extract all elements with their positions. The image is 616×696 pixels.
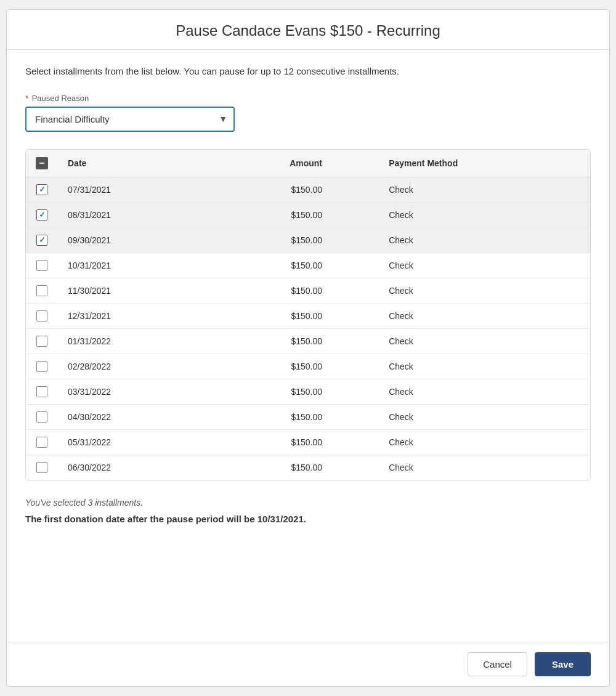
- row-spacer: [332, 354, 379, 379]
- row-checkbox-cell: [26, 455, 58, 480]
- row-payment-method: Check: [379, 177, 590, 202]
- header-payment-method: Payment Method: [379, 150, 590, 177]
- row-spacer: [332, 177, 379, 202]
- row-payment-method: Check: [379, 328, 590, 354]
- row-checkbox[interactable]: [36, 184, 47, 195]
- row-amount: $150.00: [208, 278, 332, 303]
- row-checkbox[interactable]: [36, 235, 47, 246]
- row-spacer: [332, 303, 379, 328]
- paused-reason-group: * Paused Reason Financial Difficulty Per…: [25, 94, 591, 132]
- row-checkbox-cell: [26, 278, 58, 303]
- row-amount: $150.00: [208, 177, 332, 202]
- row-date: 11/30/2021: [58, 278, 208, 303]
- table-row: 11/30/2021$150.00Check: [26, 278, 590, 303]
- header-spacer: [332, 150, 379, 177]
- header-select-all-cell: [26, 150, 58, 177]
- row-spacer: [332, 379, 379, 404]
- table-row: 02/28/2022$150.00Check: [26, 354, 590, 379]
- row-payment-method: Check: [379, 379, 590, 404]
- row-spacer: [332, 404, 379, 429]
- row-checkbox[interactable]: [36, 336, 47, 347]
- row-checkbox-cell: [26, 328, 58, 354]
- instructions-text: Select installments from the list below.…: [25, 65, 591, 79]
- row-payment-method: Check: [379, 404, 590, 429]
- row-payment-method: Check: [379, 278, 590, 303]
- row-spacer: [332, 429, 379, 455]
- row-amount: $150.00: [208, 303, 332, 328]
- table-header: Date Amount Payment Method: [26, 150, 590, 177]
- row-amount: $150.00: [208, 429, 332, 455]
- row-checkbox-cell: [26, 354, 58, 379]
- installments-table-container: Date Amount Payment Method 07/31/2021$15…: [25, 149, 591, 480]
- required-indicator: *: [25, 94, 28, 103]
- row-checkbox-cell: [26, 177, 58, 202]
- cancel-button[interactable]: Cancel: [468, 652, 527, 676]
- row-payment-method: Check: [379, 354, 590, 379]
- row-payment-method: Check: [379, 227, 590, 253]
- row-amount: $150.00: [208, 328, 332, 354]
- table-row: 04/30/2022$150.00Check: [26, 404, 590, 429]
- row-payment-method: Check: [379, 429, 590, 455]
- row-spacer: [332, 328, 379, 354]
- row-checkbox[interactable]: [36, 386, 47, 397]
- save-button[interactable]: Save: [535, 652, 591, 676]
- row-checkbox[interactable]: [36, 310, 47, 322]
- donation-date-text: The first donation date after the pause …: [25, 514, 591, 524]
- row-date: 08/31/2021: [58, 202, 208, 227]
- row-spacer: [332, 253, 379, 278]
- row-date: 05/31/2022: [58, 429, 208, 455]
- row-payment-method: Check: [379, 202, 590, 227]
- row-checkbox[interactable]: [36, 411, 47, 423]
- row-checkbox-cell: [26, 253, 58, 278]
- row-spacer: [332, 278, 379, 303]
- row-date: 01/31/2022: [58, 328, 208, 354]
- row-checkbox[interactable]: [36, 260, 47, 271]
- row-checkbox[interactable]: [36, 285, 47, 296]
- table-row: 10/31/2021$150.00Check: [26, 253, 590, 278]
- modal-header: Pause Candace Evans $150 - Recurring: [7, 10, 609, 50]
- deselect-all-button[interactable]: [36, 157, 48, 169]
- row-checkbox-cell: [26, 227, 58, 253]
- header-date: Date: [58, 150, 208, 177]
- table-row: 03/31/2022$150.00Check: [26, 379, 590, 404]
- row-checkbox-cell: [26, 202, 58, 227]
- row-checkbox[interactable]: [36, 209, 47, 221]
- selected-count-text: You've selected 3 installments.: [25, 498, 591, 508]
- row-date: 12/31/2021: [58, 303, 208, 328]
- row-checkbox[interactable]: [36, 437, 47, 448]
- table-body: 07/31/2021$150.00Check08/31/2021$150.00C…: [26, 177, 590, 480]
- header-amount: Amount: [208, 150, 332, 177]
- row-spacer: [332, 227, 379, 253]
- table-row: 05/31/2022$150.00Check: [26, 429, 590, 455]
- row-date: 04/30/2022: [58, 404, 208, 429]
- installments-table: Date Amount Payment Method 07/31/2021$15…: [26, 150, 590, 480]
- row-amount: $150.00: [208, 455, 332, 480]
- table-row: 01/31/2022$150.00Check: [26, 328, 590, 354]
- paused-reason-wrapper: Financial Difficulty Personal Reasons He…: [25, 107, 235, 132]
- row-date: 07/31/2021: [58, 177, 208, 202]
- table-row: 12/31/2021$150.00Check: [26, 303, 590, 328]
- row-amount: $150.00: [208, 354, 332, 379]
- row-payment-method: Check: [379, 253, 590, 278]
- row-checkbox[interactable]: [36, 462, 47, 473]
- row-payment-method: Check: [379, 455, 590, 480]
- table-row: 07/31/2021$150.00Check: [26, 177, 590, 202]
- table-row: 06/30/2022$150.00Check: [26, 455, 590, 480]
- row-checkbox-cell: [26, 303, 58, 328]
- paused-reason-select[interactable]: Financial Difficulty Personal Reasons He…: [25, 107, 235, 132]
- table-row: 08/31/2021$150.00Check: [26, 202, 590, 227]
- row-amount: $150.00: [208, 379, 332, 404]
- row-date: 03/31/2022: [58, 379, 208, 404]
- pause-modal: Pause Candace Evans $150 - Recurring Sel…: [6, 9, 610, 687]
- row-date: 09/30/2021: [58, 227, 208, 253]
- row-amount: $150.00: [208, 253, 332, 278]
- row-amount: $150.00: [208, 202, 332, 227]
- row-spacer: [332, 455, 379, 480]
- row-checkbox-cell: [26, 429, 58, 455]
- row-amount: $150.00: [208, 227, 332, 253]
- row-checkbox[interactable]: [36, 361, 47, 372]
- summary-section: You've selected 3 installments. The firs…: [25, 495, 591, 534]
- modal-title: Pause Candace Evans $150 - Recurring: [25, 22, 591, 39]
- modal-footer: Cancel Save: [7, 642, 609, 686]
- row-checkbox-cell: [26, 404, 58, 429]
